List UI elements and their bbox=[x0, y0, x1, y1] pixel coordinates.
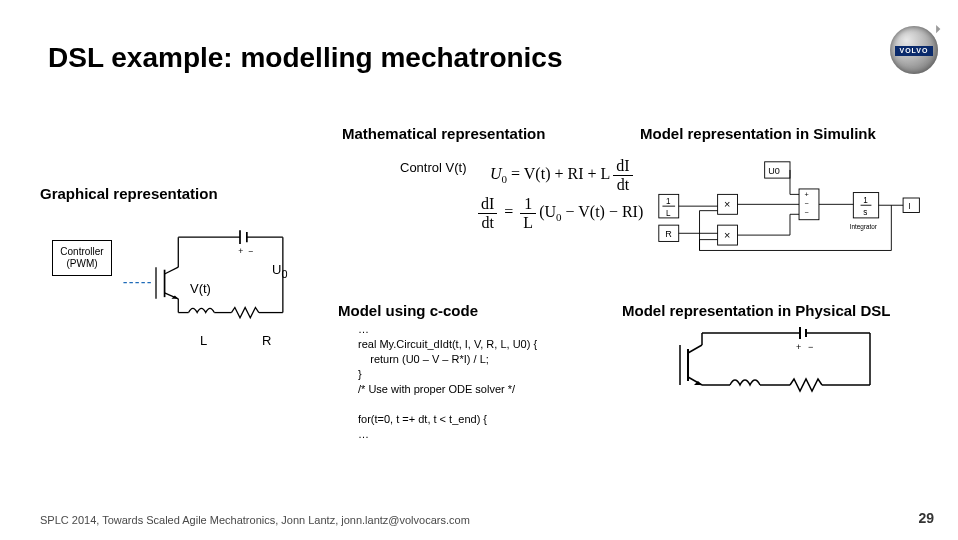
svg-rect-30 bbox=[903, 198, 919, 212]
svg-text:+: + bbox=[238, 246, 243, 256]
physdsl-diagram: + − bbox=[660, 325, 910, 405]
sim-int-num: 1 bbox=[863, 196, 868, 205]
sim-1: 1 bbox=[666, 197, 671, 206]
footer-text: SPLC 2014, Towards Scaled Agile Mechatro… bbox=[40, 514, 470, 526]
sim-u0-block: U0 bbox=[768, 166, 780, 176]
svg-text:−: − bbox=[249, 246, 254, 256]
r-label: R bbox=[262, 333, 271, 348]
sim-int-label: Integrator bbox=[850, 223, 877, 231]
sim-out: I bbox=[909, 202, 911, 211]
logo-text: VOLVO bbox=[895, 46, 933, 56]
svg-line-3 bbox=[165, 267, 179, 274]
equation-1: U0 = V(t) + RI + LdIdt bbox=[490, 155, 636, 196]
equation-2: dIdt = 1L(U0 − V(t) − RI) bbox=[475, 193, 643, 234]
heading-simulink: Model representation in Simulink bbox=[640, 125, 940, 142]
svg-rect-24 bbox=[799, 189, 819, 220]
sim-L: L bbox=[666, 209, 671, 218]
svg-line-49 bbox=[688, 345, 702, 353]
svg-text:+: + bbox=[804, 190, 808, 199]
svg-text:−: − bbox=[808, 342, 813, 352]
circuit-diagram: + − bbox=[40, 220, 320, 340]
sim-mult2: × bbox=[724, 229, 730, 241]
u0-label: U0 bbox=[272, 262, 287, 280]
sim-R: R bbox=[665, 229, 672, 239]
simulink-diagram: U0 1 L R × × + − − 1 s Integrator I bbox=[640, 160, 940, 255]
svg-text:−: − bbox=[804, 199, 808, 208]
volvo-logo: VOLVO bbox=[890, 26, 938, 74]
svg-text:+: + bbox=[796, 342, 801, 352]
heading-graphical: Graphical representation bbox=[40, 185, 320, 202]
slide-title: DSL example: modelling mechatronics bbox=[48, 42, 563, 74]
svg-text:−: − bbox=[804, 208, 808, 217]
vt-label: V(t) bbox=[190, 281, 211, 296]
heading-ccode: Model using c-code bbox=[338, 302, 478, 319]
sim-mult1: × bbox=[724, 198, 730, 210]
heading-physdsl: Model representation in Physical DSL bbox=[622, 302, 890, 319]
l-label: L bbox=[200, 333, 207, 348]
page-number: 29 bbox=[918, 510, 934, 526]
sim-int-den: s bbox=[863, 208, 867, 217]
control-vt-label: Control V(t) bbox=[400, 160, 466, 175]
heading-math: Mathematical representation bbox=[342, 125, 622, 142]
ccode-block: … real My.Circuit_dIdt(t, I, V, R, L, U0… bbox=[358, 322, 537, 442]
